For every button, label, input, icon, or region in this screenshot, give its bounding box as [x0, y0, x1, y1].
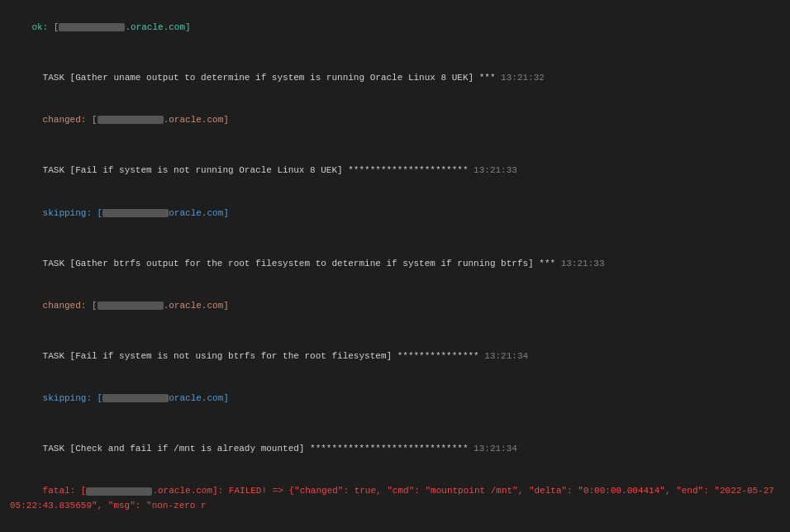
- task-label-3: TASK [Gather btrfs output for the root f…: [10, 243, 780, 285]
- fatal-line-1: fatal: [ .oracle.com]: FAILED! => {"chan…: [10, 470, 780, 526]
- host-redacted: [102, 209, 169, 217]
- task-block-3: TASK [Gather btrfs output for the root f…: [10, 243, 780, 327]
- task-label-5: TASK [Check and fail if /mnt is already …: [10, 428, 780, 470]
- task-block-1: TASK [Gather uname output to determine i…: [10, 57, 780, 141]
- task-block-5: TASK [Check and fail if /mnt is already …: [10, 428, 780, 532]
- host-redacted: [98, 302, 164, 310]
- task-block-4: TASK [Fail if system is not using btrfs …: [10, 335, 780, 420]
- fatal-line-2: eturn code", "rc": 1, "start": "2022-05-…: [10, 527, 780, 532]
- task-label-4: TASK [Fail if system is not using btrfs …: [10, 335, 780, 378]
- host-redacted: [59, 23, 125, 31]
- terminal-output: ok: [ .oracle.com] TASK [Gather uname ou…: [10, 7, 780, 532]
- task-label-1: TASK [Gather uname output to determine i…: [10, 57, 780, 99]
- host-redacted: [86, 487, 152, 496]
- changed-line-2: changed: [ .oracle.com]: [10, 285, 780, 327]
- changed-line-1: changed: [ .oracle.com]: [10, 99, 780, 141]
- host-redacted: [102, 394, 169, 402]
- task-block-2: TASK [Fail if system is not running Orac…: [10, 150, 780, 234]
- host-redacted: [98, 116, 164, 124]
- task-label-2: TASK [Fail if system is not running Orac…: [10, 150, 780, 192]
- skipping-line-1: skipping: [ oracle.com]: [10, 192, 780, 235]
- skipping-line-2: skipping: [ oracle.com]: [10, 378, 780, 420]
- line-ok-1: ok: [ .oracle.com]: [10, 7, 780, 49]
- status-ok: ok: [: [31, 22, 59, 32]
